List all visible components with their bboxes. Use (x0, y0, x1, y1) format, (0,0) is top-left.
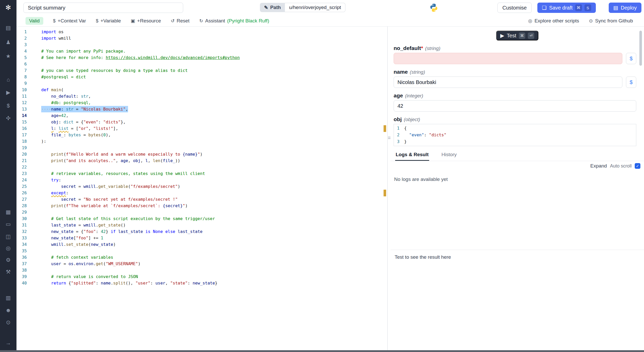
code-line[interactable]: 29 (16, 209, 387, 215)
code-line[interactable]: 32 new_state = {"foo": 42} if last_state… (16, 228, 387, 235)
reset-button[interactable]: ↺ Reset (171, 18, 190, 24)
code-line[interactable]: 9 (16, 80, 387, 87)
insert-variable-button[interactable]: $ (626, 77, 636, 88)
expand-sidebar-icon[interactable]: → (4, 339, 12, 347)
line-content: # fetch context variables (41, 254, 113, 261)
github-icon[interactable]: ⊙ (4, 318, 12, 326)
add-context-var-button[interactable]: $ +Context Var (53, 18, 86, 24)
tab-logs-result[interactable]: Logs & Result (395, 150, 429, 161)
code-line[interactable]: 12 #db: postgresql, (16, 99, 387, 106)
code-line[interactable]: 8#postgresql = dict (16, 74, 387, 80)
assistant-button[interactable]: ↻ Assistant (Pyright Black Ruff) (199, 18, 269, 24)
name-input[interactable] (394, 77, 622, 88)
discord-icon[interactable]: ☻ (4, 306, 12, 314)
code-line[interactable]: 7# you can use typed resources by doing … (16, 67, 387, 74)
code-line[interactable]: 5# See here for more info: https://docs.… (16, 54, 387, 61)
code-line[interactable]: 35 (16, 248, 387, 254)
warning-ruler-mark[interactable] (384, 125, 386, 132)
code-line[interactable]: 2 "even": "dicts" (394, 132, 636, 138)
code-line[interactable]: 4# You can import any PyPi package. (16, 48, 387, 54)
code-line[interactable]: 24 try: (16, 177, 387, 183)
panel-scrollbar[interactable] (639, 31, 642, 66)
code-line[interactable]: 1import os (16, 29, 387, 35)
test-button[interactable]: ▶ Test ⌘ ⏎ (496, 31, 538, 40)
code-line[interactable]: 13····name: str = "Nicolas·Bourbaki", (16, 106, 387, 112)
obj-json-editor[interactable]: 1{2 "even": "dicts"3} (394, 124, 636, 146)
schedules-calendar-icon[interactable]: ▦ (4, 208, 12, 216)
runs-play-icon[interactable]: ▶ (4, 88, 12, 97)
explore-other-scripts-link[interactable]: ◎ Explore other scripts (528, 18, 579, 24)
code-line[interactable]: 27 secret = "No secret yet at f/examples… (16, 196, 387, 203)
valid-badge[interactable]: Valid (26, 17, 43, 25)
code-line[interactable]: 40 return {"splitted": name.split(), "us… (16, 280, 387, 286)
code-line[interactable]: 3 (16, 41, 387, 48)
code-line[interactable]: 15 obj: dict = {"even": "dicts"}, (16, 119, 387, 125)
deploy-button[interactable]: ▤ Deploy (609, 3, 641, 13)
code-line[interactable]: 3} (394, 138, 636, 145)
customise-button[interactable]: Customise (497, 3, 531, 13)
script-summary-input[interactable] (23, 3, 183, 13)
workers-icon[interactable]: ⚒ (4, 268, 12, 276)
sync-from-github-link[interactable]: ⊙ Sync from Github (589, 18, 633, 24)
panel-splitter[interactable] (387, 27, 391, 350)
line-content: print(f"Hello World and a warm welcome e… (41, 151, 202, 157)
add-variable-button[interactable]: $ +Variable (96, 18, 121, 24)
expand-link[interactable]: Expand (590, 163, 607, 169)
code-line[interactable]: 37 user = os.environ.get("WM_USERNAME") (16, 261, 387, 267)
code-line[interactable]: 21 print("and its acolytes..", age, obj,… (16, 157, 387, 164)
code-line[interactable]: 6 (16, 61, 387, 67)
folders-icon[interactable]: ▭ (4, 220, 12, 228)
age-input[interactable] (394, 100, 636, 112)
path-value[interactable]: u/henri/overjoyed_script (285, 3, 345, 12)
test-row: ▶ Test ⌘ ⏎ (391, 31, 644, 40)
settings-gear-icon[interactable]: ⚙ (4, 256, 12, 264)
code-line[interactable]: 17 file_: bytes = bytes(0), (16, 132, 387, 138)
windmill-logo-icon[interactable]: ✻ (4, 3, 13, 12)
line-number: 14 (16, 112, 27, 119)
code-line[interactable]: 30 # Get last state of this script execu… (16, 215, 387, 222)
warning-ruler-mark[interactable] (384, 190, 386, 196)
code-line[interactable]: 22 (16, 164, 387, 170)
code-line[interactable]: 1{ (394, 125, 636, 132)
code-line[interactable]: 39 # return value is converted to JSON (16, 273, 387, 280)
code-line[interactable]: 38 (16, 267, 387, 273)
code-line[interactable]: 20 print(f"Hello World and a warm welcom… (16, 151, 387, 157)
no-default-input[interactable] (394, 53, 622, 64)
line-number: 25 (16, 183, 27, 190)
insert-variable-button[interactable]: $ (626, 53, 636, 64)
code-line[interactable]: 16 l: list = ["or", "lists!"], (16, 125, 387, 132)
variables-dollar-icon[interactable]: $ (4, 102, 12, 110)
assistant-detail: (Pyright Black Ruff) (227, 18, 269, 24)
autoscroll-checkbox[interactable]: ✓ (635, 163, 640, 169)
code-line[interactable]: 10def main( (16, 87, 387, 93)
code-line[interactable]: 28 print(f"The variable at `f/examples/s… (16, 203, 387, 209)
documentation-books-icon[interactable]: ▥ (4, 294, 12, 302)
code-line[interactable]: 2import wmill (16, 35, 387, 41)
code-line[interactable]: 23 # retrieve variables, resources, stat… (16, 170, 387, 177)
audit-eye-icon[interactable]: ◎ (4, 244, 12, 252)
home-icon[interactable]: ⌂ (4, 76, 12, 84)
star-icon[interactable]: ★ (4, 52, 12, 60)
code-line[interactable]: 11 no_default: str, (16, 93, 387, 99)
tab-history[interactable]: History (441, 150, 457, 161)
resources-icon[interactable]: ✣ (4, 114, 12, 122)
path-badge[interactable]: ✎ Path (260, 3, 285, 12)
code-line[interactable]: 31 last_state = wmill.get_state() (16, 222, 387, 228)
code-line[interactable]: 26 except: (16, 190, 387, 196)
add-resource-button[interactable]: ▣ +Resource (131, 18, 161, 24)
code-line[interactable]: 36 # fetch context variables (16, 254, 387, 261)
code-line[interactable]: 25 secret = wmill.get_variable("f/exampl… (16, 183, 387, 190)
sync-label: Sync from Github (595, 18, 633, 24)
save-draft-button[interactable]: ❏ Save draft ⌘ S (537, 3, 596, 13)
code-line[interactable]: 14 age=42, (16, 112, 387, 119)
line-number: 1 (16, 29, 27, 35)
code-line[interactable]: 18): (16, 138, 387, 145)
code-line[interactable]: 34 wmill.set_state(new_state) (16, 241, 387, 248)
docs-icon[interactable]: ▤ (4, 24, 12, 32)
test-label: Test (507, 33, 516, 39)
user-icon[interactable]: ♟ (4, 38, 12, 46)
code-editor[interactable]: 1import os2import wmill34# You can impor… (16, 27, 387, 350)
code-line[interactable]: 19 (16, 145, 387, 151)
code-line[interactable]: 33 new_state["foo"] += 1 (16, 235, 387, 241)
groups-icon[interactable]: ◫ (4, 232, 12, 241)
